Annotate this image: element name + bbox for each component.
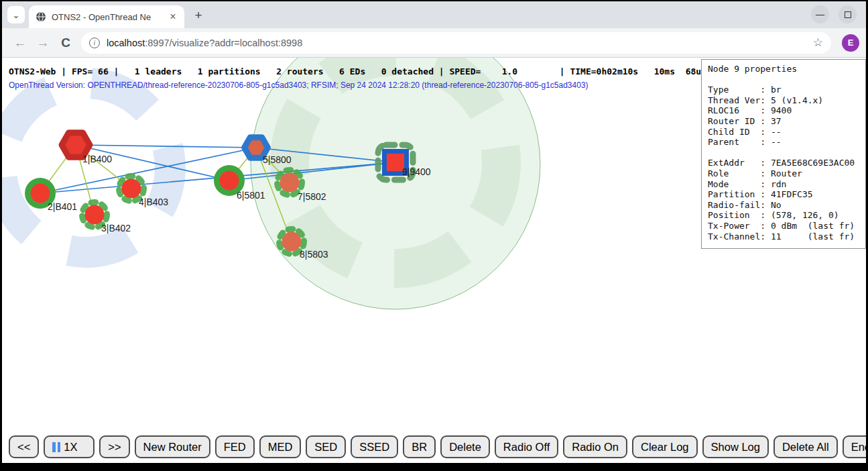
minimize-button[interactable]: — [811,5,829,23]
globe-favicon [36,11,46,22]
node-label: 5|5800 [263,154,292,165]
clear-log-button-label: Clear Log [641,441,689,454]
sed-button[interactable]: SED [306,435,346,458]
reload-icon[interactable]: C [54,36,77,50]
delete-all-button[interactable]: Delete All [773,435,838,458]
rewind-button[interactable]: << [9,435,39,458]
node-label: 9|9400 [402,166,431,177]
openthread-version-line: OpenThread Version: OPENTHREAD/thread-re… [9,81,588,90]
fed-button[interactable]: FED [215,435,255,458]
node-label: 7|5802 [298,191,326,202]
new-tab-button[interactable]: + [190,7,207,24]
br-button[interactable]: BR [403,435,436,458]
tab-strip: ⌄ OTNS2 - OpenThread Ne × + — [2,1,866,28]
bottom-toolbar: <<1X>>New RouterFEDMEDSEDSSEDBRDeleteRad… [9,435,863,458]
fast-forward-button[interactable]: >> [99,435,129,458]
delete-button-label: Delete [449,441,481,454]
sed-button-label: SED [314,441,337,454]
node-2[interactable]: 2|B401 [28,181,78,213]
ssed-button-label: SSED [359,441,389,454]
node-label: 3|B402 [101,223,131,233]
tab-close-icon[interactable]: × [167,11,179,23]
maximize-icon [845,11,851,18]
browser-window: ⌄ OTNS2 - OpenThread Ne × + — ← → C [2,1,866,463]
new-router-button-label: New Router [143,441,202,454]
node-3[interactable]: 3|B402 [82,203,131,234]
node-label: 1|B400 [82,154,112,164]
bookmark-star-icon[interactable]: ☆ [813,36,823,50]
node-label: 2|B401 [48,201,77,212]
med-button[interactable]: MED [259,435,302,458]
speed-button[interactable]: 1X [44,435,95,458]
speed-button-label: 1X [64,441,77,454]
radio-on-button[interactable]: Radio On [563,435,627,458]
node-label: 8|5803 [300,249,328,260]
router-link [76,145,256,148]
node-properties-text: Node 9 properties Type : br Thread Ver: … [708,64,860,242]
energy-stats-button-label: Energy-stats ↗ [851,441,866,454]
simulation-status-line: OTNS2-Web | FPS= 66 | 1 leaders 1 partit… [9,66,706,76]
energy-stats-button[interactable]: Energy-stats ↗ [843,435,866,458]
show-log-button[interactable]: Show Log [702,435,769,458]
window-controls: — [811,5,857,23]
radio-on-button-label: Radio On [572,441,619,454]
rewind-button-label: << [17,441,30,454]
med-button-label: MED [268,441,293,454]
address-input[interactable]: i localhost:8997/visualize?addr=localhos… [81,32,831,54]
back-icon[interactable]: ← [9,36,32,50]
ssed-button[interactable]: SSED [351,435,398,458]
profile-avatar[interactable]: E [842,34,859,52]
node-1[interactable]: 1|B400 [62,133,112,164]
delete-button[interactable]: Delete [440,435,490,458]
fast-forward-button-label: >> [108,441,121,454]
node-properties-panel: Node 9 properties Type : br Thread Ver: … [701,59,866,249]
br-button-label: BR [412,441,427,454]
fed-button-label: FED [224,441,246,454]
node-label: 4|B403 [139,197,168,207]
tab-otns2[interactable]: OTNS2 - OpenThread Ne × [29,5,184,28]
site-info-icon[interactable]: i [89,38,100,48]
pause-icon [52,442,60,452]
window-frame: ⌄ OTNS2 - OpenThread Ne × + — ← → C [0,0,868,471]
url-text[interactable]: localhost:8997/visualize?addr=localhost:… [107,38,302,48]
tab-search-button[interactable]: ⌄ [7,6,25,23]
clear-log-button[interactable]: Clear Log [632,435,698,458]
tab-title: OTNS2 - OpenThread Ne [52,12,164,22]
delete-all-button-label: Delete All [782,441,829,454]
forward-icon[interactable]: → [32,36,54,50]
new-router-button[interactable]: New Router [135,435,210,458]
node-label: 6|5801 [237,190,265,201]
show-log-button-label: Show Log [711,441,760,454]
maximize-button[interactable] [839,5,857,23]
url-bar: ← → C i localhost:8997/visualize?addr=lo… [2,28,866,58]
radio-off-button-label: Radio Off [503,441,550,454]
radio-off-button[interactable]: Radio Off [495,435,558,458]
simulator-page: 1|B4002|B4013|B4024|B4035|58006|58017|58… [2,58,866,463]
